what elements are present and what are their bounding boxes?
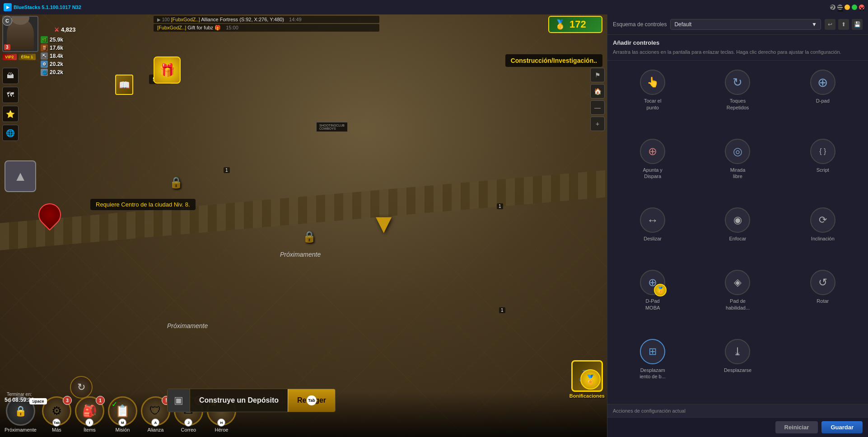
reiniciar-button[interactable]: Reiniciar — [775, 421, 818, 433]
ce-add-controls: Añadir controles Arrastra las acciones e… — [607, 35, 868, 61]
control-tocar-punto[interactable]: Tocar elpunto — [613, 66, 692, 129]
items-button[interactable]: 🎒 1 I — [75, 396, 104, 426]
ce-footer: Reiniciar Guardar — [607, 417, 868, 437]
control-script[interactable]: Script — [783, 135, 863, 198]
gold-amount: 172 — [569, 19, 586, 30]
ce-schema-icon-3[interactable]: 💾 — [852, 19, 863, 30]
help-btn[interactable]: ? — [830, 5, 835, 10]
menu-btn[interactable]: ☰ — [837, 5, 843, 10]
ce-schema-select[interactable]: Default ▼ — [670, 19, 821, 30]
medal-overlay: 🏅 — [654, 284, 667, 296]
stone-icon: ⛏ — [41, 52, 48, 60]
control-apunta-dispara[interactable]: Apunta yDispara — [613, 135, 692, 198]
control-desplazarse[interactable]: Desplazarse — [698, 335, 777, 399]
chat-text-1: Alliance Fortress (S:92, X:276, Y:480) — [201, 17, 284, 22]
control-dpad[interactable]: D-pad — [783, 66, 863, 129]
ce-schema-icon-1[interactable]: ↩ — [825, 19, 835, 30]
repeat-taps-label: ToquesRepetidos — [727, 98, 749, 111]
ce-add-title: Añadir controles — [613, 39, 863, 46]
ce-schema-icon-2[interactable]: ⬆ — [838, 19, 849, 30]
control-deslizar[interactable]: Deslizar — [613, 204, 692, 261]
nav-arrow-up[interactable]: ▲ — [5, 160, 36, 192]
control-toques-repetidos[interactable]: ToquesRepetidos — [698, 66, 777, 129]
rmb-3[interactable]: — — [590, 100, 605, 115]
tilt-icon — [810, 207, 835, 233]
bonif-portrait: 🎩 🏅 — [571, 360, 603, 392]
scroll-b-label: Desplazamiento de b... — [639, 367, 666, 380]
control-dpad-moba[interactable]: 🏅 D-PadMOBA — [613, 266, 692, 329]
build-text: Construye un Depósito — [190, 396, 288, 404]
control-pad-habilidad[interactable]: Pad dehabilidad... — [698, 266, 777, 329]
close-btn[interactable]: ✕ — [859, 5, 864, 10]
rmb-2[interactable]: 🏠 — [590, 84, 605, 99]
rmb-4[interactable]: + — [590, 117, 605, 131]
slide-icon — [640, 207, 665, 233]
freelook-icon — [725, 139, 750, 164]
book-icon[interactable]: 📖 — [115, 75, 133, 95]
control-inclinacion[interactable]: Inclinación — [783, 204, 863, 261]
construction-notification[interactable]: Construcción/Investigación.. — [505, 54, 602, 67]
action-mision[interactable]: 📋 ✓ M Misión — [108, 396, 137, 432]
heroe-key: H — [217, 418, 225, 427]
scroll-label: Desplazarse — [724, 367, 751, 373]
items-key: I — [85, 418, 93, 427]
chest-icon[interactable]: 🎁 — [154, 56, 181, 84]
lock-icon-1: 🔒 — [169, 176, 183, 189]
heroe-label: Héroe — [215, 427, 228, 432]
recoger-button[interactable]: Recoger Tab — [288, 389, 335, 412]
dpad-moba-label: D-PadMOBA — [645, 298, 660, 311]
rotate-label: Rotar — [817, 298, 829, 304]
minimize-btn[interactable] — [845, 5, 850, 10]
tap-point-label: Tocar elpunto — [644, 98, 662, 111]
elite-badge: Élite 1 — [19, 54, 36, 60]
window-controls[interactable]: ? ☰ ✕ — [830, 5, 864, 10]
finish-time: 5d 08:59:38 — [5, 397, 34, 403]
focus-label: Enfocar — [729, 235, 747, 242]
left-btn-1[interactable]: 🏔 — [2, 68, 19, 84]
skillpad-label: Pad dehabilidad... — [726, 298, 750, 311]
chat-message-1[interactable]: ▶ 100 [FubxGodZ..] Alliance Fortress (S:… — [154, 16, 379, 23]
gold-display[interactable]: 🥇 172 — [548, 16, 602, 33]
repeat-taps-icon — [725, 70, 750, 95]
left-btn-2[interactable]: 🗺 — [2, 87, 19, 103]
left-btn-4[interactable]: 🌐 — [2, 125, 19, 141]
bonif-medal: 🏅 — [580, 369, 601, 390]
control-enfocar[interactable]: Enfocar — [698, 204, 777, 261]
vip-badge: VIP2 — [2, 54, 17, 60]
control-desplazamiento-b[interactable]: Desplazamiento de b... — [613, 335, 692, 399]
iron-icon: ⚙ — [41, 61, 48, 68]
chat-message-2[interactable]: [FubxGodZ..] Gift for fubz 🎁 15:00 — [154, 24, 379, 32]
ce-current-actions: Acciones de configuración actual — [607, 404, 868, 417]
reload-icon[interactable]: ↻ — [70, 376, 93, 399]
mision-button[interactable]: 📋 ✓ M — [108, 396, 137, 426]
proxim-label-1: Próximamente — [280, 251, 321, 258]
power-display: ⚔ 4,823 — [54, 26, 76, 33]
mision-key: M — [118, 418, 126, 427]
action-alianza[interactable]: 🛡 ! A Alianza — [141, 396, 170, 432]
control-mirada-libre[interactable]: Miradalibre — [698, 135, 777, 198]
left-btn-3[interactable]: ⭐ — [2, 106, 19, 122]
freelook-label: Miradalibre — [730, 167, 746, 180]
alianza-key: A — [151, 418, 159, 427]
alianza-icon: 🛡 — [149, 404, 161, 418]
action-items[interactable]: 🎒 1 I Ítems — [75, 396, 104, 432]
alianza-button[interactable]: 🛡 ! A — [141, 396, 170, 426]
maximize-btn[interactable] — [852, 5, 857, 10]
right-mini-buttons: ⚑ 🏠 — + — [590, 68, 605, 131]
mision-check: ✓ — [112, 400, 117, 409]
silver-amount: 20.2k — [50, 69, 63, 75]
build-prompt[interactable]: ▣ Construye un Depósito Recoger Tab — [167, 389, 336, 412]
guardar-button[interactable]: Guardar — [821, 421, 863, 433]
aim-shoot-label: Apunta yDispara — [643, 167, 662, 180]
rmb-1[interactable]: ⚑ — [590, 68, 605, 82]
wood-amount: 17.6k — [50, 45, 63, 51]
bonificaciones-button[interactable]: 🎩 🏅 Bonificaciones — [569, 360, 605, 399]
chat-text-2: Gift for fubz 🎁 — [187, 25, 221, 30]
c-key-overlay[interactable]: C — [2, 16, 12, 26]
ce-schema-value: Default — [674, 21, 691, 28]
resource-iron: ⚙ 20.2k — [41, 61, 63, 68]
control-rotar[interactable]: Rotar — [783, 266, 863, 329]
bluestacks-title: BlueStacks 5.1.100.1017 N32 — [14, 5, 81, 10]
scroll-b-icon — [640, 339, 665, 364]
lock-icon-2: 🔒 — [303, 230, 316, 243]
